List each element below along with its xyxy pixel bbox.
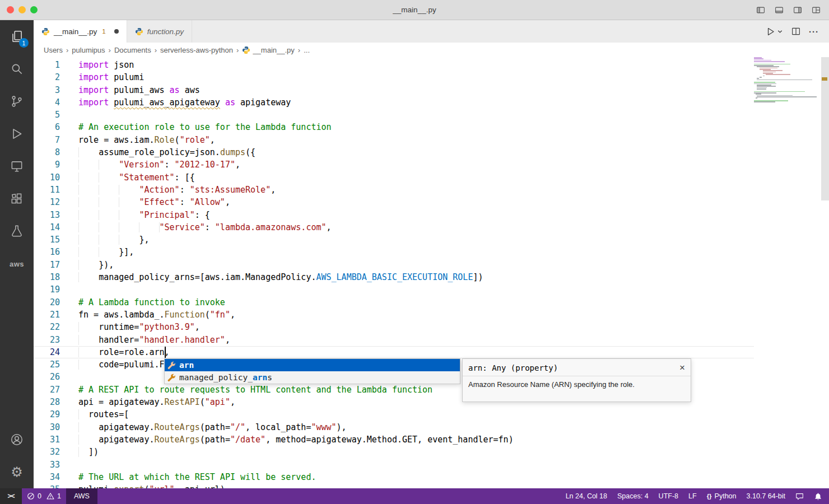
python-interpreter-button[interactable]: 3.10.7 64-bit xyxy=(742,488,791,504)
code-line[interactable]: 17 }), xyxy=(34,259,754,271)
line-number: 3 xyxy=(34,84,60,96)
sidebar-item-explorer[interactable]: 1 xyxy=(0,20,34,53)
line-number: 22 xyxy=(34,321,60,333)
sidebar-item-search[interactable] xyxy=(0,53,34,85)
suggestion-item-managed_policy_arns[interactable]: managed_policy_arns xyxy=(165,371,460,384)
close-icon[interactable]: × xyxy=(679,363,685,372)
editor[interactable]: 1import json2import pulumi3import pulumi… xyxy=(34,57,829,488)
minimap[interactable] xyxy=(754,57,819,102)
sidebar-item-remote-explorer[interactable] xyxy=(0,150,34,183)
code-line[interactable]: 33 xyxy=(34,459,754,471)
tab-function-py[interactable]: function.py xyxy=(127,20,192,43)
tab-main-py[interactable]: __main__.py 1 xyxy=(34,20,127,43)
breadcrumb-item[interactable]: serverless-aws-python xyxy=(160,46,233,54)
code-line[interactable]: 3import pulumi_aws as aws xyxy=(34,84,754,96)
suggestion-item-arn[interactable]: arn xyxy=(165,359,460,371)
line-number: 31 xyxy=(34,433,60,446)
code-line[interactable]: 13 "Principal": { xyxy=(34,209,754,221)
suggest-list: arnmanaged_policy_arns xyxy=(164,358,460,384)
code-line[interactable]: 20# A Lambda function to invoke xyxy=(34,296,754,309)
code-line[interactable]: 14 "Service": "lambda.amazonaws.com", xyxy=(34,221,754,234)
line-number: 13 xyxy=(34,209,60,221)
breadcrumb-item[interactable]: ... xyxy=(304,46,310,54)
python-file-icon xyxy=(135,27,143,36)
code-line[interactable]: 1import json xyxy=(34,59,754,71)
code-line[interactable]: 15 }, xyxy=(34,234,754,246)
accounts-button[interactable] xyxy=(0,423,34,456)
line-content: handler="handler.handler", xyxy=(78,334,230,346)
breadcrumb-item[interactable]: __main__.py xyxy=(242,46,294,54)
feedback-button[interactable] xyxy=(790,488,809,504)
notifications-bell-button[interactable] xyxy=(809,488,829,504)
run-python-file-button[interactable] xyxy=(765,26,776,37)
account-icon xyxy=(10,432,24,447)
code-line[interactable]: 21fn = aws.lambda_.Function("fn", xyxy=(34,309,754,321)
customize-layout-icon[interactable] xyxy=(811,5,821,15)
code-line[interactable]: 9 "Version": "2012-10-17", xyxy=(34,158,754,171)
code-line[interactable]: 2import pulumi xyxy=(34,71,754,83)
encoding-button[interactable]: UTF-8 xyxy=(654,488,683,504)
sidebar-item-testing[interactable] xyxy=(0,215,34,248)
code-line[interactable]: 29 routes=[ xyxy=(34,408,754,421)
code-line[interactable]: 5 xyxy=(34,109,754,121)
split-editor-button[interactable] xyxy=(791,26,801,36)
line-number: 17 xyxy=(34,259,60,271)
code-line[interactable]: 4import pulumi_aws_apigateway as apigate… xyxy=(34,96,754,109)
code-line[interactable]: 30 apigateway.RouteArgs(path="/", local_… xyxy=(34,421,754,433)
eol-button[interactable]: LF xyxy=(683,488,702,504)
code-line[interactable]: 6# An execution role to use for the Lamb… xyxy=(34,121,754,133)
code-line[interactable]: 35pulumi.export("url", api.url) xyxy=(34,483,754,488)
code-line[interactable]: 16 }], xyxy=(34,246,754,258)
indentation-button[interactable]: Spaces: 4 xyxy=(612,488,654,504)
run-dropdown-chevron-icon[interactable] xyxy=(777,29,783,35)
toggle-secondary-sidebar-icon[interactable] xyxy=(793,5,803,15)
explorer-badge: 1 xyxy=(19,38,29,48)
breadcrumb-item[interactable]: Users xyxy=(44,46,63,54)
sidebar-item-run-and-debug[interactable] xyxy=(0,118,34,150)
more-actions-button[interactable]: ··· xyxy=(809,27,819,36)
breadcrumb-item[interactable]: Documents xyxy=(114,46,151,54)
suggestion-label: managed_policy_arns xyxy=(179,373,272,382)
sidebar-item-aws[interactable]: aws xyxy=(0,248,34,280)
code-line[interactable]: 22 runtime="python3.9", xyxy=(34,321,754,333)
code-line[interactable]: 12 "Effect": "Allow", xyxy=(34,196,754,208)
errors-icon xyxy=(27,492,35,500)
code-line[interactable]: 8 assume_role_policy=json.dumps({ xyxy=(34,146,754,158)
code-line[interactable]: 34# The URL at which the REST API will b… xyxy=(34,471,754,483)
line-number: 8 xyxy=(34,146,60,158)
cursor-position-button[interactable]: Ln 24, Col 18 xyxy=(561,488,612,504)
title-bar: __main__.py xyxy=(0,0,829,20)
problems-button[interactable]: 0 1 xyxy=(22,488,66,504)
line-number: 28 xyxy=(34,396,60,408)
source-control-icon xyxy=(10,94,24,109)
code-line[interactable]: 19 xyxy=(34,283,754,296)
code-line[interactable]: 7role = aws.iam.Role("role", xyxy=(34,134,754,146)
line-content: # The URL at which the REST API will be … xyxy=(78,471,316,483)
error-count: 0 xyxy=(38,492,41,500)
toggle-primary-sidebar-icon[interactable] xyxy=(756,5,766,15)
code-line[interactable]: 11 "Action": "sts:AssumeRole", xyxy=(34,184,754,196)
code-line[interactable]: 24 role=role.arn, xyxy=(34,346,754,358)
line-content: routes=[ xyxy=(78,408,129,421)
line-number: 21 xyxy=(34,309,60,321)
code-line[interactable]: 18 managed_policy_arns=[aws.iam.ManagedP… xyxy=(34,271,754,283)
line-number: 26 xyxy=(34,371,60,383)
code-line[interactable]: 32 ]) xyxy=(34,446,754,458)
braces-icon: {} xyxy=(707,493,712,500)
code-line[interactable]: 31 apigateway.RouteArgs(path="/date", me… xyxy=(34,433,754,446)
aws-status-button[interactable]: AWS xyxy=(66,488,97,504)
breadcrumb-item[interactable]: pulumipus xyxy=(72,46,105,54)
bell-icon xyxy=(814,492,822,501)
language-mode-button[interactable]: {} Python xyxy=(702,488,742,504)
code-line[interactable]: 10 "Statement": [{ xyxy=(34,171,754,184)
sidebar-item-source-control[interactable] xyxy=(0,85,34,118)
modified-indicator[interactable] xyxy=(114,29,119,34)
line-content: "Statement": [{ xyxy=(78,171,195,184)
code-line[interactable]: 23 handler="handler.handler", xyxy=(34,334,754,346)
sidebar-item-extensions[interactable] xyxy=(0,183,34,215)
vertical-scrollbar[interactable] xyxy=(821,57,829,200)
settings-button[interactable]: ⚙ xyxy=(0,456,34,488)
toggle-panel-icon[interactable] xyxy=(774,5,784,15)
remote-window-button[interactable]: >< xyxy=(0,488,22,504)
line-number: 20 xyxy=(34,296,60,309)
